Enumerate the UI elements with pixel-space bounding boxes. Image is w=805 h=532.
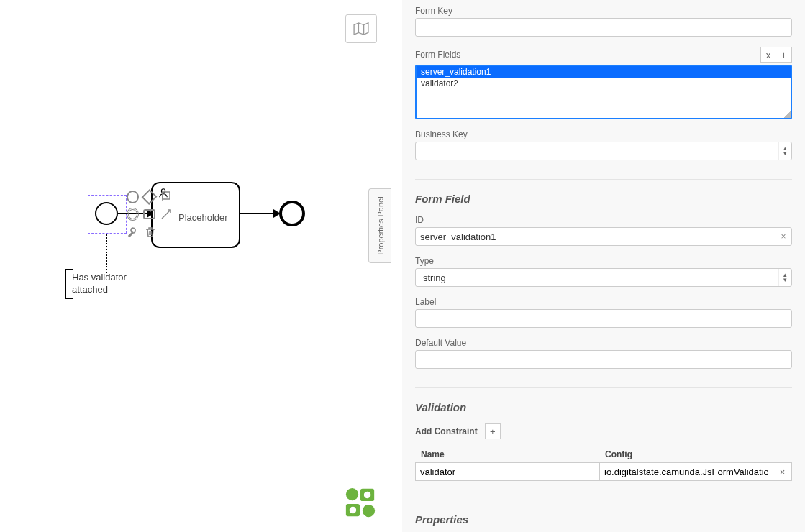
ff-label-label: Label [415,297,792,307]
resize-grip-icon[interactable] [783,111,791,118]
col-name: Name [421,449,605,459]
ff-id-input[interactable] [415,227,792,246]
trash-icon[interactable] [144,226,157,242]
row-delete-button[interactable]: × [773,462,792,481]
association-line[interactable] [106,234,107,273]
section-form-field: Form Field [415,179,792,205]
business-key-select[interactable] [415,142,792,160]
table-row: × [415,462,792,481]
constraint-config-input[interactable] [599,462,773,481]
bpmn-canvas[interactable]: Placeholder Has [0,0,392,532]
annotation-icon[interactable] [160,191,173,205]
list-item[interactable]: server_validation1 [417,66,791,78]
map-icon [353,22,369,35]
constraint-name-input[interactable] [415,462,599,481]
form-key-label: Form Key [415,6,792,16]
form-fields-label: Form Fields [415,50,460,60]
sequence-flow[interactable] [240,213,276,214]
col-config: Config [605,449,786,459]
business-key-label: Business Key [415,129,792,139]
section-validation: Validation [415,387,792,413]
svg-point-1 [346,488,358,500]
form-key-input[interactable] [415,18,792,37]
ff-id-label: ID [415,215,792,225]
ff-default-input[interactable] [415,350,792,369]
context-pad [127,191,173,255]
append-intermediate-event-icon[interactable] [127,208,139,221]
append-event-icon[interactable] [127,191,139,203]
ff-type-select[interactable] [415,268,792,287]
ff-default-label: Default Value [415,338,792,348]
append-task-icon[interactable] [143,209,155,219]
ff-label-input[interactable] [415,309,792,328]
wrench-icon[interactable] [127,226,140,242]
svg-point-3 [364,492,371,499]
bpmn-start-event[interactable] [95,202,118,225]
svg-point-5 [350,507,357,514]
validation-table-header: Name Config [415,446,792,462]
panel-toggle-tab[interactable]: Properties Panel [368,188,391,263]
clear-icon[interactable]: × [778,231,789,242]
ff-type-label: Type [415,256,792,266]
add-constraint-button[interactable]: + [485,423,501,439]
properties-panel: Form Key Form Fields x + server_validati… [402,0,805,532]
add-constraint-label: Add Constraint [415,426,478,436]
minimap-toggle-button[interactable] [345,14,377,43]
task-label: Placeholder [178,212,228,223]
append-gateway-icon[interactable] [141,189,157,205]
section-properties: Properties [415,500,792,526]
panel-toggle-label: Properties Panel [376,196,385,254]
connect-icon[interactable] [160,208,173,223]
annotation-text: Has validator attached [72,272,127,295]
text-annotation[interactable]: Has validator attached [65,269,132,299]
svg-point-6 [363,505,375,517]
bpmn-end-event[interactable] [279,201,305,226]
camunda-logo [344,486,377,521]
list-item[interactable]: validator2 [417,78,791,89]
form-fields-remove-button[interactable]: x [760,47,776,63]
form-fields-listbox[interactable]: server_validation1validator2 [415,65,792,119]
form-fields-add-button[interactable]: + [776,47,792,63]
